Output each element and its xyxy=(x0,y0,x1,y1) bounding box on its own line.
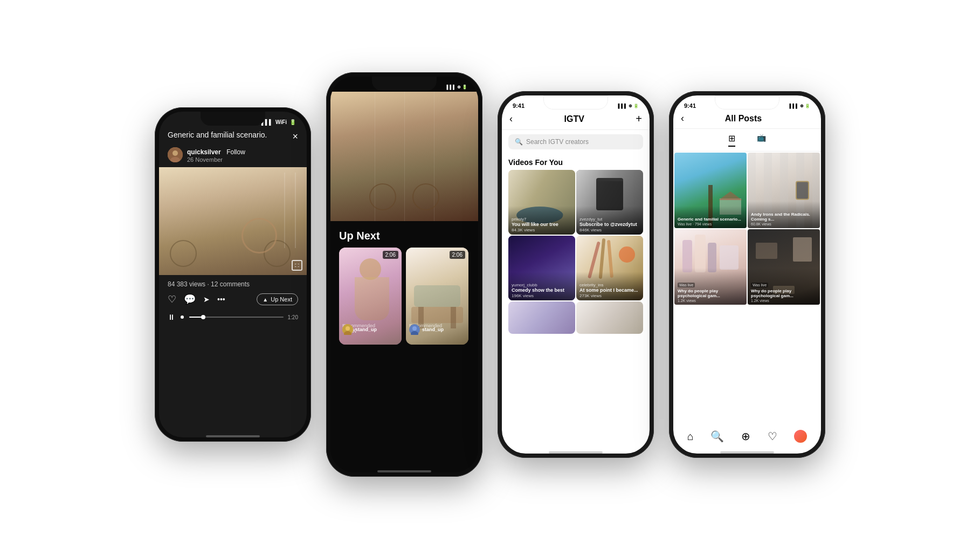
home-indicator-3 xyxy=(549,451,603,454)
p3-card-1-image: prikoly7 You will like our tree 84.3K vi… xyxy=(508,170,575,235)
phone-1: ▌▌▌WiFi🔋 Generic and familial scenario. … xyxy=(155,107,311,442)
p3-card-3-overlay: yumorj_clubb Comedy show the best 196K v… xyxy=(508,272,575,300)
p4-card-4-badge: Was live xyxy=(751,283,768,287)
progress-track[interactable] xyxy=(189,317,284,318)
p3-card-6[interactable] xyxy=(576,301,643,334)
notch-4 xyxy=(715,95,779,109)
p4-card-4-overlay: Was live Why do people play psychologica… xyxy=(748,268,820,305)
thumb-1-user-row: stand_up xyxy=(339,324,402,335)
p3-card-3-user: yumorj_clubb xyxy=(512,283,572,287)
p3-card-4-overlay: celebrity_ins At some point I became... … xyxy=(576,272,643,300)
p3-search-bar[interactable]: 🔍 Search IGTV creators xyxy=(508,134,643,149)
p1-video-frame xyxy=(159,167,307,275)
p4-card-2-views: 60.8K views xyxy=(751,222,817,226)
p4-card-1-views: Was live · 794 views xyxy=(678,222,743,226)
p3-card-4-user: celebrity_ins xyxy=(579,283,640,287)
p3-card-2-views: 846K views xyxy=(579,228,640,232)
p4-header-title: All Posts xyxy=(725,114,762,123)
thumb-2-avatar xyxy=(409,324,420,335)
svg-point-7 xyxy=(412,326,417,331)
p4-card-1-overlay: Generic and familial scenario... Was liv… xyxy=(674,206,747,228)
p3-card-2-image: zvezdyy_tut Subscribe to @zvezdytut 846K… xyxy=(576,170,643,235)
p4-card-1-title: Generic and familial scenario... xyxy=(678,217,743,222)
p4-card-4-title: Why do people play psychological gam... xyxy=(751,289,817,299)
p4-card-3-title: Why do people play psychological gam... xyxy=(678,289,743,299)
p3-card-2[interactable]: zvezdyy_tut Subscribe to @zvezdytut 846K… xyxy=(576,170,643,235)
p4-card-4[interactable]: Was live Why do people play psychologica… xyxy=(748,229,820,305)
thumb-2-user-row: stand_up xyxy=(406,324,468,335)
p3-card-3-views: 196K views xyxy=(512,293,572,298)
p3-card-2-user: zvezdyy_tut xyxy=(579,217,640,222)
svg-point-4 xyxy=(346,326,350,331)
p3-card-1[interactable]: prikoly7 You will like our tree 84.3K vi… xyxy=(508,170,575,235)
p4-bottom-nav: ⌂ 🔍 ⊕ ♡ xyxy=(673,430,821,443)
close-button[interactable]: × xyxy=(292,131,298,142)
more-icon[interactable]: ••• xyxy=(217,295,225,304)
p3-card-2-overlay: zvezdyy_tut Subscribe to @zvezdytut 846K… xyxy=(576,206,643,235)
progress-bar: ⏸ 1:20 xyxy=(159,308,307,326)
p3-header: ‹ IGTV + xyxy=(502,111,650,130)
up-next-thumb-2[interactable]: 2:06 Recommended stand_up xyxy=(406,248,468,345)
like-icon[interactable]: ♡ xyxy=(168,293,176,305)
p1-header: Generic and familial scenario. × xyxy=(159,127,307,145)
p1-date: 26 November xyxy=(187,156,245,163)
p3-card-4-views: 273K views xyxy=(579,293,640,298)
nav-likes[interactable]: ♡ xyxy=(768,430,777,443)
up-next-section-label: Up Next xyxy=(330,221,478,248)
pause-icon[interactable]: ⏸ xyxy=(168,313,175,321)
p3-card-5[interactable] xyxy=(508,301,575,334)
home-indicator-1 xyxy=(206,435,260,437)
duration: 1:20 xyxy=(288,314,298,320)
p4-card-2[interactable]: Andy Irons and the Radicals. Coming s...… xyxy=(748,153,820,228)
svg-point-1 xyxy=(172,150,178,156)
nav-search[interactable]: 🔍 xyxy=(710,430,724,443)
p4-card-3[interactable]: Was live Why do people play psychologica… xyxy=(674,229,747,305)
tab-grid[interactable]: ⊞ xyxy=(728,133,735,147)
thumb-2-time: 2:06 xyxy=(450,251,465,259)
p3-card-3[interactable]: yumorj_clubb Comedy show the best 196K v… xyxy=(508,236,575,300)
nav-home[interactable]: ⌂ xyxy=(687,430,694,443)
p4-posts-grid: Generic and familial scenario... Was liv… xyxy=(673,152,821,306)
p4-tabs: ⊞ 📺 xyxy=(673,129,821,152)
p3-card-4-image: celebrity_ins At some point I became... … xyxy=(576,236,643,300)
notch-3 xyxy=(543,95,608,109)
p1-video-title: Generic and familial scenario. xyxy=(168,130,292,140)
p1-video: ⛶ xyxy=(159,167,307,275)
share-icon[interactable]: ➤ xyxy=(203,295,210,304)
up-next-button[interactable]: ▲ Up Next xyxy=(257,293,298,305)
nav-add[interactable]: ⊕ xyxy=(741,430,750,443)
p4-back-button[interactable]: ‹ xyxy=(681,113,684,124)
p4-card-1[interactable]: Generic and familial scenario... Was liv… xyxy=(674,153,747,228)
up-next-thumb-1[interactable]: 2:06 Recommended TALK stand_up xyxy=(339,248,402,345)
p1-user-info: quicksilver Follow 26 November xyxy=(187,147,245,163)
status-icons-1: ▌▌▌WiFi🔋 xyxy=(261,119,296,125)
phone-4: 9:41 ▌▌▌ ⊕ 🔋 ‹ All Posts ⊞ 📺 xyxy=(669,91,825,458)
p4-card-2-overlay: Andy Irons and the Radicals. Coming s...… xyxy=(748,201,820,228)
home-indicator-2 xyxy=(377,470,431,472)
tab-igtv[interactable]: 📺 xyxy=(757,133,766,147)
p3-header-title: IGTV xyxy=(564,114,584,124)
thumb-1-username: stand_up xyxy=(355,327,377,332)
nav-profile[interactable] xyxy=(794,430,807,443)
p1-username[interactable]: quicksilver xyxy=(187,148,221,156)
expand-icon[interactable]: ⛶ xyxy=(292,260,302,271)
status-time-3: 9:41 xyxy=(513,102,524,109)
p3-card-4-title: At some point I became... xyxy=(579,287,640,293)
up-next-thumbnails: 2:06 Recommended TALK stand_up xyxy=(330,248,478,345)
progress-handle xyxy=(201,315,205,319)
p3-card-4[interactable]: celebrity_ins At some point I became... … xyxy=(576,236,643,300)
p3-card-2-title: Subscribe to @zvezdytut xyxy=(579,222,640,228)
status-icons-4: ▌▌▌ ⊕ 🔋 xyxy=(790,104,810,108)
p1-follow[interactable]: Follow xyxy=(226,148,245,156)
p4-card-3-overlay: Was live Why do people play psychologica… xyxy=(674,268,747,305)
thumb-2-username: stand_up xyxy=(422,327,444,332)
p3-card-3-image: yumorj_clubb Comedy show the best 196K v… xyxy=(508,236,575,300)
p4-card-3-badge: Was live xyxy=(678,283,695,287)
p3-card-1-overlay: prikoly7 You will like our tree 84.3K vi… xyxy=(508,206,575,235)
p3-add-button[interactable]: + xyxy=(636,113,642,125)
p2-video-frame xyxy=(330,92,478,221)
home-indicator-4 xyxy=(720,451,774,454)
comment-icon[interactable]: 💬 xyxy=(184,293,196,305)
p3-back-button[interactable]: ‹ xyxy=(509,113,513,125)
phone-3: 9:41 ▌▌▌ ⊕ 🔋 ‹ IGTV + 🔍 Search IGTV crea… xyxy=(498,91,654,458)
